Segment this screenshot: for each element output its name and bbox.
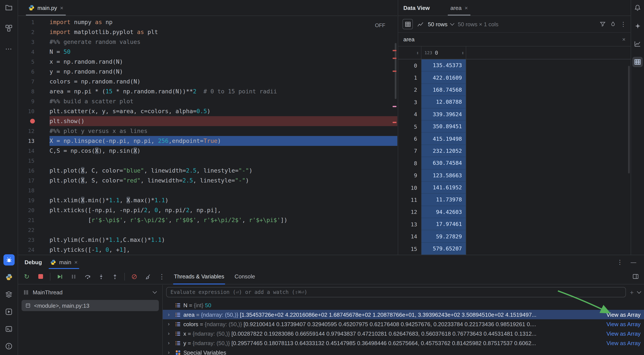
stack-frame-item[interactable]: <module>, main.py:13	[22, 300, 159, 311]
variable-row[interactable]: ›area = {ndarray: (50,)} [1.35453726e+02…	[163, 310, 644, 319]
table-row[interactable]: 1317.97461	[398, 218, 631, 230]
resume-icon[interactable]	[56, 272, 64, 281]
code-line[interactable]: 18	[18, 185, 397, 195]
tab-console[interactable]: Console	[232, 269, 258, 284]
table-row[interactable]: 2168.74568	[398, 84, 631, 96]
more-tool-windows-icon[interactable]: ⋯	[3, 43, 14, 54]
code-text[interactable]: #%% plot y versus x as lines	[50, 126, 397, 136]
code-text[interactable]: N = 50	[50, 47, 397, 57]
expand-chevron-icon[interactable]: ›	[168, 331, 175, 337]
table-row[interactable]: 312.08788	[398, 96, 631, 108]
value-cell[interactable]: 415.19498	[422, 133, 466, 145]
line-number[interactable]: 2	[18, 27, 50, 37]
line-number[interactable]: 22	[18, 225, 50, 235]
value-cell[interactable]: 168.74568	[422, 84, 466, 96]
table-row[interactable]: 0135.45373	[398, 59, 631, 72]
row-index-cell[interactable]: 11	[398, 194, 422, 206]
value-cell[interactable]: 141.61952	[422, 182, 466, 194]
table-row[interactable]: 5350.89451	[398, 120, 631, 133]
notifications-icon[interactable]	[632, 2, 643, 13]
view-as-array-link[interactable]: View as Array	[606, 311, 641, 318]
code-text[interactable]: colors = np.random.rand(N)	[50, 77, 397, 86]
code-line[interactable]: 15	[18, 156, 397, 166]
variable-row[interactable]: N = {int} 50	[163, 300, 644, 310]
line-number[interactable]: 17	[18, 176, 50, 185]
variable-row[interactable]: ›y = {ndarray: (50,)} [0.29577465 0.1807…	[163, 338, 644, 348]
value-cell[interactable]: 12.08788	[422, 96, 466, 108]
more-options-icon[interactable]: ⋮	[620, 21, 626, 27]
problems-icon[interactable]	[3, 340, 14, 352]
value-cell[interactable]: 232.12052	[422, 145, 466, 157]
code-line[interactable]: 10plt.scatter(x, y, s=area, c=colors, al…	[18, 106, 397, 116]
tab-threads-variables[interactable]: Threads & Variables	[171, 269, 227, 284]
code-text[interactable]: plt.yticks([-1, 0, +1],	[50, 245, 397, 255]
line-number[interactable]: 19	[18, 195, 50, 205]
table-row[interactable]: 1294.42603	[398, 206, 631, 218]
line-number[interactable]: 21	[18, 215, 50, 225]
structure-icon[interactable]	[3, 22, 14, 33]
code-line[interactable]: 8area = np.pi * (15 * np.random.rand(N))…	[18, 86, 397, 96]
code-line[interactable]: 22	[18, 225, 397, 235]
code-line[interactable]: 20plt.xticks([-np.pi, -np.pi/2, 0, np.pi…	[18, 205, 397, 215]
clear-icon[interactable]	[144, 272, 152, 281]
value-cell[interactable]: 11.73978	[422, 194, 466, 206]
value-cell[interactable]: 579.65207	[422, 243, 466, 255]
layout-settings-icon[interactable]	[631, 272, 640, 281]
code-text[interactable]: #%% generate random values	[50, 37, 397, 47]
python-console-icon[interactable]	[3, 272, 14, 283]
code-text[interactable]: plt.plot(X, S, color="red", linewidth=2.…	[50, 176, 397, 185]
sort-icon[interactable]: ↕	[416, 50, 419, 55]
code-line[interactable]: 4N = 50	[18, 47, 397, 57]
mute-breakpoints-icon[interactable]	[130, 272, 138, 281]
code-line[interactable]: 24plt.yticks([-1, 0, +1],	[18, 245, 397, 255]
code-line[interactable]: 16plt.plot(X, C, color="blue", linewidth…	[18, 166, 397, 176]
code-text[interactable]: plt.plot(X, C, color="blue", linewidth=2…	[50, 166, 397, 176]
line-number[interactable]: 3	[18, 37, 50, 47]
add-watch-icon[interactable]: +	[630, 289, 634, 296]
debugger-icon[interactable]	[3, 254, 14, 266]
code-text[interactable]: x = np.random.rand(N)	[50, 57, 397, 67]
row-index-cell[interactable]: 8	[398, 157, 422, 169]
code-text[interactable]: #%% build a scatter plot	[50, 96, 397, 106]
error-stripe-mark[interactable]	[392, 58, 396, 59]
table-row[interactable]: 9123.58663	[398, 169, 631, 182]
expand-chevron-icon[interactable]: ›	[168, 312, 175, 318]
more-options-icon[interactable]: ⋮	[158, 272, 166, 281]
rerun-icon[interactable]: ↻	[22, 272, 31, 281]
code-line[interactable]: 5x = np.random.rand(N)	[18, 57, 397, 67]
close-icon[interactable]: ×	[464, 4, 468, 11]
value-cell[interactable]: 59.27829	[422, 230, 466, 243]
code-text[interactable]: import numpy as np	[50, 17, 397, 27]
code-line[interactable]: plt.show()	[18, 116, 397, 126]
code-text[interactable]	[50, 185, 397, 195]
table-scrollbar[interactable]	[628, 66, 630, 173]
code-text[interactable]: plt.xticks([-np.pi, -np.pi/2, 0, np.pi/2…	[50, 205, 397, 215]
line-number[interactable]: 8	[18, 86, 50, 96]
code-text[interactable]: area = np.pi * (15 * np.random.rand(N))*…	[50, 86, 397, 96]
more-options-icon[interactable]: ⋮	[617, 259, 623, 266]
code-line[interactable]: 23plt.ylim(C.min()*1.1,C.max()*1.1)	[18, 235, 397, 245]
code-line[interactable]: 7colors = np.random.rand(N)	[18, 77, 397, 86]
row-index-cell[interactable]: 15	[398, 243, 422, 255]
column-filter-field[interactable]: area ×	[398, 33, 631, 46]
line-number[interactable]: 18	[18, 185, 50, 195]
row-index-cell[interactable]: 14	[398, 230, 422, 243]
line-number[interactable]: 15	[18, 156, 50, 166]
table-row[interactable]: 10141.61952	[398, 182, 631, 194]
code-line[interactable]: 21 [r'$-\pi$', r'$-\pi/2$', r'$0$', r'$+…	[18, 215, 397, 225]
step-out-icon[interactable]	[111, 272, 119, 281]
table-row[interactable]: 6415.19498	[398, 133, 631, 145]
code-line[interactable]: 17plt.plot(X, S, color="red", linewidth=…	[18, 176, 397, 185]
line-number[interactable]: 10	[18, 106, 50, 116]
thread-selector[interactable]: MainThread	[18, 286, 162, 299]
expand-chevron-icon[interactable]: ›	[168, 321, 175, 327]
table-row[interactable]: 4339.39624	[398, 108, 631, 120]
code-line[interactable]: 1import numpy as np	[18, 17, 397, 27]
error-stripe-mark[interactable]	[392, 50, 396, 51]
variable-row[interactable]: ›x = {ndarray: (50,)} [0.00287822 0.1928…	[163, 329, 644, 338]
view-as-array-link[interactable]: View as Array	[606, 340, 641, 346]
plots-icon[interactable]	[632, 39, 643, 49]
code-text[interactable]: plt.ylim(C.min()*1.1,C.max()*1.1)	[50, 235, 397, 245]
row-index-cell[interactable]: 10	[398, 182, 422, 194]
row-index-cell[interactable]: 6	[398, 133, 422, 145]
